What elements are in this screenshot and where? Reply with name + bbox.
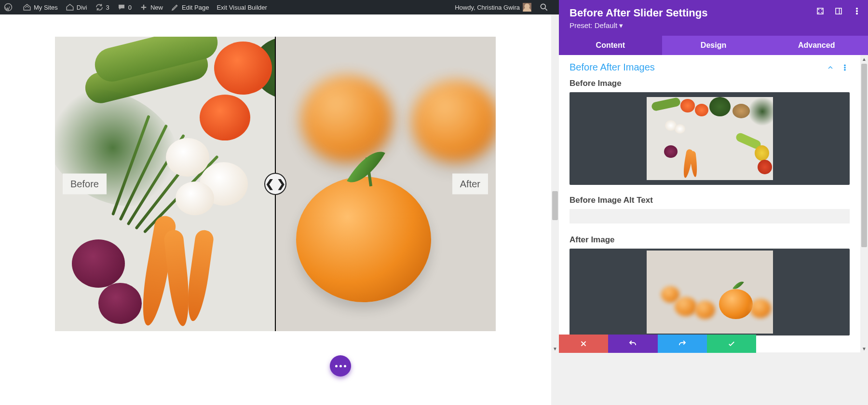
svg-point-9 — [844, 67, 845, 68]
preset-label: Preset: Default — [570, 21, 617, 29]
comments-count: 0 — [128, 4, 132, 11]
before-after-slider-module[interactable]: ❮ ❯ Before After — [55, 37, 496, 331]
home-icon — [66, 3, 74, 12]
dots-vertical-icon — [841, 64, 849, 71]
panel-title: Before After Slider Settings — [570, 7, 857, 19]
panel-scroll-arrow-down-icon[interactable]: ▼ — [860, 345, 868, 352]
scroll-thumb[interactable] — [552, 191, 558, 220]
cancel-button[interactable] — [559, 335, 608, 353]
exit-vb-label: Exit Visual Builder — [217, 4, 267, 11]
undo-button[interactable] — [608, 335, 657, 353]
tab-content[interactable]: Content — [559, 36, 662, 55]
before-image-field-label: Before Image — [570, 79, 850, 88]
after-image-thumbnail — [647, 251, 773, 334]
tab-advanced[interactable]: Advanced — [765, 36, 868, 55]
section-header-images[interactable]: Before After Images — [570, 62, 850, 73]
my-sites-label: My Sites — [34, 4, 58, 11]
expand-icon — [816, 7, 825, 15]
scroll-track[interactable] — [551, 8, 559, 345]
slider-handle[interactable]: ❮ ❯ — [264, 173, 286, 195]
plus-icon — [139, 3, 148, 12]
panel-scrollbar[interactable]: ▲ ▼ — [860, 55, 868, 352]
panel-header-icons — [816, 7, 861, 15]
exit-visual-builder-link[interactable]: Exit Visual Builder — [213, 0, 271, 14]
after-image-picker[interactable] — [570, 249, 850, 335]
panel-action-bar — [559, 335, 756, 353]
admin-bar-right: Howdy, Christina Gwira — [451, 0, 559, 14]
howdy-label: Howdy, Christina Gwira — [455, 4, 520, 11]
pencil-icon — [171, 3, 179, 12]
avatar — [523, 3, 531, 12]
panel-scroll-arrow-up-icon[interactable]: ▲ — [860, 55, 868, 63]
new-menu[interactable]: New — [136, 0, 167, 14]
svg-point-1 — [541, 4, 545, 9]
updates-count: 3 — [106, 4, 109, 11]
after-image-field-label: After Image — [570, 235, 850, 245]
caret-down-icon: ▾ — [619, 21, 623, 29]
panel-body: Before After Images Before Image — [559, 55, 868, 352]
comments-menu[interactable]: 0 — [113, 0, 136, 14]
redo-button[interactable] — [658, 335, 707, 353]
chevron-left-icon: ❮ — [265, 179, 274, 189]
wordpress-icon — [4, 3, 13, 12]
panel-header: Before After Slider Settings Preset: Def… — [559, 0, 868, 36]
panel-menu-button[interactable] — [853, 7, 861, 15]
slider-container: ❮ ❯ Before After — [55, 37, 496, 331]
check-icon — [727, 339, 736, 348]
undo-icon — [628, 339, 637, 348]
updates-icon — [95, 3, 104, 12]
panel-tabs: Content Design Advanced — [559, 36, 868, 55]
before-image-picker[interactable] — [570, 92, 850, 185]
svg-point-8 — [844, 65, 845, 66]
svg-point-6 — [856, 11, 858, 12]
section-menu-button[interactable] — [840, 63, 850, 72]
before-image-thumbnail — [647, 97, 773, 180]
close-icon — [579, 339, 588, 348]
svg-point-7 — [856, 13, 858, 14]
admin-search-button[interactable] — [535, 0, 555, 14]
chevron-up-icon — [827, 64, 834, 71]
main-vertical-scrollbar[interactable]: ▲ ▼ — [551, 0, 559, 352]
svg-point-5 — [856, 8, 858, 9]
section-collapse-button[interactable] — [826, 63, 835, 72]
before-label: Before — [63, 174, 107, 195]
section-title: Before After Images — [570, 62, 821, 73]
settings-panel: Before After Slider Settings Preset: Def… — [559, 0, 868, 352]
scroll-arrow-down-icon[interactable]: ▼ — [551, 345, 559, 352]
expand-panel-button[interactable] — [816, 7, 825, 15]
search-icon — [539, 2, 549, 12]
save-button[interactable] — [707, 335, 756, 353]
dots-horizontal-icon — [335, 365, 346, 367]
new-label: New — [150, 4, 163, 11]
edit-page-link[interactable]: Edit Page — [167, 0, 213, 14]
chevron-right-icon: ❯ — [277, 179, 285, 189]
svg-point-10 — [844, 69, 845, 70]
dock-icon — [834, 7, 843, 15]
my-sites-menu[interactable]: My Sites — [19, 0, 62, 14]
divi-fab-button[interactable] — [330, 355, 351, 377]
after-label: After — [452, 174, 488, 195]
dots-vertical-icon — [853, 7, 861, 15]
preset-dropdown[interactable]: Preset: Default ▾ — [570, 21, 857, 30]
site-name-label: Divi — [77, 4, 87, 11]
svg-rect-3 — [836, 8, 841, 14]
howdy-menu[interactable]: Howdy, Christina Gwira — [451, 0, 535, 14]
comment-icon — [117, 3, 126, 12]
canvas-area: ❮ ❯ Before After — [0, 14, 551, 405]
redo-icon — [678, 339, 687, 348]
before-alt-field-label: Before Image Alt Text — [570, 196, 850, 205]
before-alt-text-input[interactable] — [570, 209, 850, 223]
updates-menu[interactable]: 3 — [91, 0, 113, 14]
tab-design[interactable]: Design — [662, 36, 765, 55]
site-name-menu[interactable]: Divi — [62, 0, 91, 14]
wp-admin-bar: My Sites Divi 3 0 New Edit Page Exit Vis… — [0, 0, 559, 14]
edit-page-label: Edit Page — [182, 4, 209, 11]
multisite-icon — [23, 3, 31, 12]
admin-bar-left: My Sites Divi 3 0 New Edit Page Exit Vis… — [0, 0, 451, 14]
panel-scroll-thumb[interactable] — [861, 64, 867, 247]
snap-panel-button[interactable] — [834, 7, 843, 15]
wp-logo-menu[interactable] — [0, 0, 19, 14]
